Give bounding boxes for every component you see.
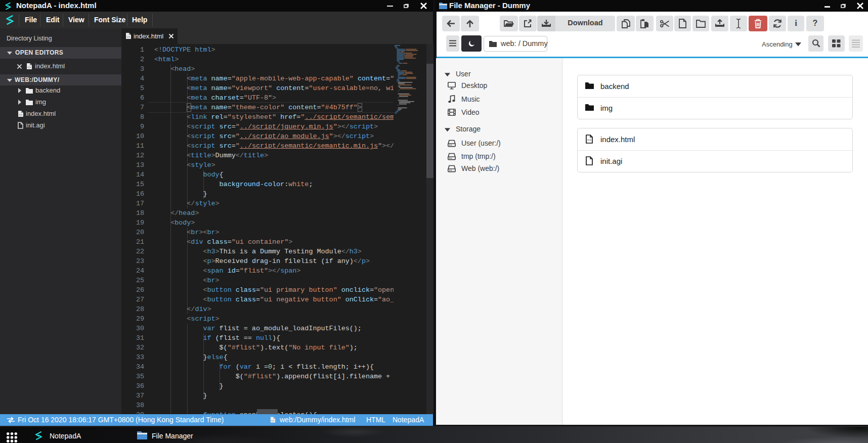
svg-text:<>: <> — [126, 35, 131, 39]
svg-text:<>: <> — [271, 419, 275, 423]
svg-text:<>: <> — [587, 138, 591, 142]
svg-text:<>: <> — [27, 66, 31, 69]
svg-text:<>: <> — [19, 113, 23, 117]
